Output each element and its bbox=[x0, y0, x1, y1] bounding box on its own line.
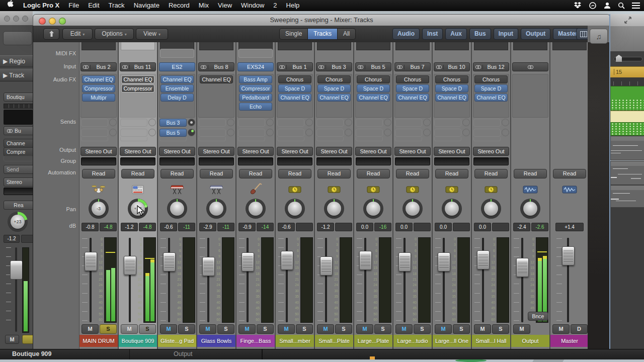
menu-item-track[interactable]: Track bbox=[104, 0, 129, 11]
send-slot-2[interactable] bbox=[199, 129, 226, 137]
automation-mode-button[interactable]: Read bbox=[396, 169, 429, 178]
mixer-options-menu[interactable]: Options▾ bbox=[95, 28, 134, 40]
peak-level-value[interactable] bbox=[335, 223, 352, 231]
send-knob-1[interactable] bbox=[148, 119, 156, 126]
volume-value[interactable]: 0.0 bbox=[395, 223, 413, 231]
solo-button[interactable]: S bbox=[453, 324, 470, 334]
fx-slot-3[interactable]: Channel EQ bbox=[396, 94, 429, 102]
send-slot-2[interactable] bbox=[277, 129, 304, 137]
output-slot[interactable]: Stereo Out bbox=[316, 147, 352, 156]
channel-setting-box[interactable] bbox=[199, 42, 233, 50]
mute-button[interactable]: M bbox=[121, 324, 138, 334]
channel-setting-box[interactable] bbox=[317, 42, 351, 50]
mute-button[interactable]: M bbox=[474, 324, 491, 334]
automation-mode-button[interactable]: Read bbox=[357, 169, 390, 178]
send-slot-half[interactable] bbox=[199, 137, 226, 141]
automation-mode-button[interactable]: Read bbox=[239, 169, 272, 178]
inspector-automation-button[interactable]: Rea bbox=[4, 201, 34, 210]
volume-value[interactable]: -0.6 bbox=[160, 223, 177, 231]
automation-mode-button[interactable]: Read bbox=[435, 169, 468, 178]
track-name-plate[interactable]: Output bbox=[511, 335, 549, 347]
send-slot-half[interactable] bbox=[356, 137, 383, 141]
group-slot[interactable] bbox=[120, 157, 155, 165]
fx-slot-3[interactable]: Channel EQ bbox=[278, 94, 311, 102]
dropbox-icon[interactable] bbox=[574, 2, 582, 9]
mixer-edit-menu[interactable]: Edit▾ bbox=[62, 28, 93, 40]
group-slot[interactable] bbox=[277, 157, 312, 165]
track-name-plate[interactable]: Large...tudio bbox=[393, 335, 432, 347]
send-knob-1[interactable] bbox=[502, 119, 509, 126]
mute-button[interactable]: M bbox=[435, 324, 452, 334]
input-slot[interactable]: Bus 11 bbox=[120, 62, 156, 71]
fullscreen-arrows-icon[interactable] bbox=[624, 17, 631, 24]
fx-slot-1[interactable]: Channel EQ bbox=[82, 75, 115, 83]
inspector-track-header[interactable]: ▶ Track bbox=[0, 69, 36, 81]
fx-slot-3[interactable]: Channel EQ bbox=[317, 94, 351, 102]
track-icon-drum-machine[interactable] bbox=[119, 183, 157, 197]
midi-region-grey-3[interactable] bbox=[610, 185, 644, 208]
send-slot-1[interactable] bbox=[81, 119, 108, 127]
send-slot-1[interactable] bbox=[238, 119, 265, 127]
filter-aux[interactable]: Aux bbox=[445, 28, 467, 40]
track-icon-keyboard-grey[interactable] bbox=[197, 183, 235, 197]
fx-slot-2[interactable]: Space D bbox=[396, 84, 429, 93]
automation-mode-button[interactable]: Read bbox=[317, 169, 351, 178]
midi-region-green-1[interactable] bbox=[610, 86, 644, 100]
track-name-plate[interactable]: Glass Bowls bbox=[197, 335, 235, 347]
inactive-minimize-button[interactable] bbox=[13, 16, 19, 22]
volume-value[interactable]: -0.6 bbox=[278, 223, 295, 231]
bottom-track-label-1[interactable]: Boutique 909 bbox=[12, 350, 52, 357]
output-slot[interactable]: Stereo Out bbox=[237, 147, 274, 156]
send-slot-1[interactable] bbox=[277, 119, 304, 127]
pan-knob[interactable] bbox=[246, 199, 266, 219]
menu-item-2[interactable]: 2 bbox=[269, 0, 281, 11]
send-knob-2[interactable] bbox=[227, 129, 234, 136]
send-slot-2[interactable] bbox=[434, 129, 461, 137]
mute-button[interactable]: M bbox=[82, 324, 99, 334]
inspector-solo-button[interactable] bbox=[22, 335, 34, 344]
filter-inst[interactable]: Inst bbox=[422, 28, 443, 40]
automation-mode-button[interactable]: Read bbox=[278, 169, 311, 178]
solo-button[interactable]: S bbox=[335, 324, 352, 334]
channel-setting-box[interactable] bbox=[552, 42, 587, 50]
group-slot[interactable] bbox=[199, 157, 234, 165]
fx-slot-1[interactable]: Chorus bbox=[317, 75, 351, 83]
output-slot[interactable]: Stereo Out bbox=[80, 147, 117, 156]
solo-button[interactable]: S bbox=[217, 324, 234, 334]
send-slot-2[interactable] bbox=[81, 129, 108, 137]
pan-knob[interactable] bbox=[167, 199, 187, 219]
inspector-channel-setting-button[interactable]: Boutiqu bbox=[4, 93, 36, 102]
fx-slot-3[interactable]: Channel EQ bbox=[357, 94, 390, 102]
track-name-plate[interactable]: Master bbox=[550, 335, 589, 347]
fx-slot-1[interactable]: Chorus bbox=[357, 75, 390, 83]
track-icon-aux-clock[interactable] bbox=[315, 183, 353, 197]
pan-knob[interactable] bbox=[363, 199, 383, 219]
peak-level-value[interactable] bbox=[296, 223, 313, 231]
send-slot-1[interactable] bbox=[120, 119, 147, 127]
mute-button[interactable]: M bbox=[395, 324, 413, 334]
peak-level-value[interactable]: -11 bbox=[217, 223, 234, 231]
channel-setting-box[interactable] bbox=[395, 42, 430, 50]
pan-knob[interactable] bbox=[481, 199, 501, 219]
menu-item-file[interactable]: File bbox=[64, 0, 84, 11]
fx-slot-1[interactable]: Chorus bbox=[278, 75, 311, 83]
fx-slot-2[interactable]: Compressor bbox=[82, 84, 115, 93]
fx-slot-2[interactable]: Compressor bbox=[239, 84, 272, 93]
send-slot-1[interactable] bbox=[473, 119, 501, 127]
send-knob-1[interactable] bbox=[423, 119, 431, 126]
send-knob-2[interactable] bbox=[345, 129, 352, 136]
bottom-track-label-2[interactable]: Output bbox=[174, 350, 193, 357]
peak-level-value[interactable] bbox=[414, 223, 431, 231]
track-icon-aux-clock[interactable] bbox=[276, 183, 314, 197]
solo-button[interactable]: S bbox=[257, 324, 274, 334]
fx-slot-3[interactable]: Channel EQ bbox=[435, 94, 468, 102]
inspector-region-header[interactable]: ▶ Regio bbox=[0, 55, 36, 67]
send-knob-1[interactable] bbox=[266, 119, 274, 126]
send-knob-1[interactable] bbox=[462, 119, 470, 126]
peak-level-value[interactable] bbox=[453, 223, 470, 231]
send-slot-half[interactable] bbox=[81, 137, 108, 141]
send-slot-half[interactable] bbox=[473, 137, 501, 141]
inspector-group-slot[interactable] bbox=[4, 188, 34, 195]
automation-mode-button[interactable]: Read bbox=[474, 169, 508, 178]
fx-slot-3[interactable]: Delay D bbox=[160, 94, 194, 102]
